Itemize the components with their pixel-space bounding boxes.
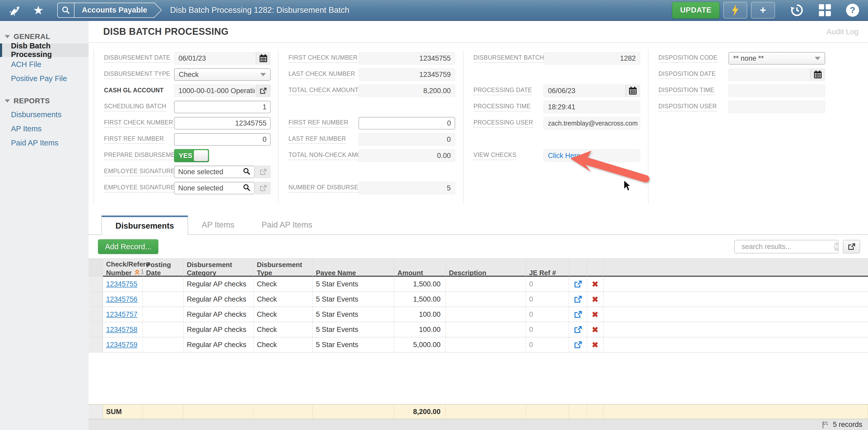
row-selector[interactable] <box>89 277 103 291</box>
sidebar-section-general[interactable]: GENERAL <box>0 30 89 43</box>
row-selector[interactable] <box>89 307 103 322</box>
disposition-code-select[interactable]: ** none ** <box>728 52 825 65</box>
sidebar-item-positive-pay-file[interactable]: Positive Pay File <box>0 71 89 85</box>
results-search[interactable]: ✕ <box>734 240 839 254</box>
search-input[interactable] <box>742 243 834 251</box>
row-selector[interactable] <box>89 322 103 337</box>
sidebar-item-ach-file[interactable]: ACH File <box>0 58 89 71</box>
chevron-down-icon <box>260 73 266 76</box>
tab-ap-items[interactable]: AP Items <box>188 216 248 234</box>
open-gl-account-button[interactable] <box>255 85 271 97</box>
filler-cell <box>603 307 868 322</box>
table-row: 12345757 Regular AP checks Check 5 Star … <box>89 307 868 322</box>
quick-actions-button[interactable] <box>723 2 747 19</box>
table-row: 12345758 Regular AP checks Check 5 Star … <box>89 322 868 337</box>
delete-row-icon[interactable]: ✖ <box>587 337 603 352</box>
employee-signature-lookup[interactable]: None selected <box>174 166 255 178</box>
sidebar-item-disbursements[interactable]: Disbursements <box>0 108 89 121</box>
open-record-icon[interactable] <box>569 307 587 322</box>
add-record-button[interactable]: Add Record... <box>98 239 158 254</box>
sidebar-item-disb-batch-processing[interactable]: Disb Batch Processing <box>0 44 89 57</box>
disbursement-type-select[interactable]: Check <box>174 68 271 81</box>
record-count: 5 records <box>833 421 862 429</box>
amount-cell: 100.00 <box>394 322 446 337</box>
last-check-number-field: 12345759 <box>359 68 455 81</box>
status-bar: 5 records <box>89 419 868 430</box>
posting-date-cell <box>143 292 184 307</box>
apps-grid-icon[interactable] <box>819 4 831 16</box>
open-signature-button[interactable] <box>255 166 271 178</box>
toggle-knob <box>194 150 208 161</box>
je-ref-cell: 0 <box>526 337 569 352</box>
delete-row-icon[interactable]: ✖ <box>587 277 603 291</box>
open-record-icon[interactable] <box>569 337 587 352</box>
audit-log-link[interactable]: Audit Log <box>827 27 859 36</box>
field-label: PROCESSING USER <box>473 119 544 127</box>
payee-cell: 5 Star Events <box>313 337 394 352</box>
field-label: VIEW CHECKS <box>473 151 544 160</box>
help-icon[interactable]: ? <box>846 4 859 17</box>
processing-date-field[interactable]: 06/06/23 <box>544 85 640 97</box>
employee-signature-2-lookup[interactable]: None selected <box>174 182 255 194</box>
description-cell <box>446 292 526 307</box>
row-selector[interactable] <box>89 292 103 307</box>
total-check-amount-field: 8,200.00 <box>359 85 455 97</box>
first-check-number-u-input[interactable]: 12345755 <box>174 117 271 130</box>
search-icon[interactable] <box>58 3 74 17</box>
field-label: TOTAL NON-CHECK AMO... <box>288 151 359 160</box>
top-navigation-bar: ★ Accounts Payable Disb Batch Processing… <box>0 0 868 21</box>
row-selector[interactable] <box>89 337 103 352</box>
calendar-icon[interactable] <box>625 85 640 97</box>
check-number-link[interactable]: 12345755 <box>106 280 137 288</box>
clear-search-icon[interactable]: ✕ <box>834 242 839 251</box>
disposition-date-field[interactable] <box>728 68 825 81</box>
posting-date-cell <box>143 277 184 291</box>
amount-cell: 100.00 <box>394 307 446 322</box>
open-signature-2-button[interactable] <box>255 182 271 194</box>
search-icon[interactable] <box>243 167 251 176</box>
open-record-icon[interactable] <box>569 292 587 307</box>
open-record-icon[interactable] <box>569 277 587 291</box>
tab-disbursements[interactable]: Disbursements <box>101 216 188 235</box>
history-icon[interactable] <box>790 3 804 17</box>
sidebar-item-ap-items[interactable]: AP Items <box>0 122 89 136</box>
add-button[interactable]: + <box>751 2 775 19</box>
first-ref-number-2-input[interactable]: 0 <box>359 117 455 130</box>
rocket-icon[interactable] <box>7 3 22 18</box>
search-icon[interactable] <box>243 183 251 193</box>
calendar-icon[interactable] <box>256 52 271 65</box>
delete-row-icon[interactable]: ✖ <box>587 322 603 337</box>
description-cell <box>446 322 526 337</box>
filler-cell <box>603 277 868 291</box>
tab-paid-ap-items[interactable]: Paid AP Items <box>248 216 326 234</box>
view-checks-field: Click Here <box>544 149 640 162</box>
filler-cell <box>603 337 868 352</box>
amount-cell: 5,000.00 <box>394 337 446 352</box>
processing-user-field: zach.tremblay@veracross.com <box>544 117 640 130</box>
processing-time-field: 18:29:41 <box>544 101 640 113</box>
scheduling-batch-input[interactable]: 1 <box>174 101 271 113</box>
field-label: PROCESSING TIME <box>473 103 544 111</box>
prepare-disbursement-toggle[interactable]: YES <box>174 149 209 162</box>
delete-row-icon[interactable]: ✖ <box>587 307 603 322</box>
update-button[interactable]: UPDATE <box>672 2 720 19</box>
first-ref-number-input[interactable]: 0 <box>174 133 271 146</box>
check-number-link[interactable]: 12345758 <box>106 326 137 334</box>
sidebar-item-paid-ap-items[interactable]: Paid AP Items <box>0 136 89 150</box>
check-number-link[interactable]: 12345759 <box>106 341 137 349</box>
favorites-star-icon[interactable]: ★ <box>33 3 43 18</box>
check-number-link[interactable]: 12345756 <box>106 295 137 304</box>
disbursement-date-field[interactable]: 06/01/23 <box>174 52 271 65</box>
breadcrumb-module[interactable]: Accounts Payable <box>74 3 154 17</box>
view-checks-link[interactable]: Click Here <box>548 152 581 160</box>
field-label: CASH GL ACCOUNT <box>104 87 174 95</box>
open-record-icon[interactable] <box>569 322 587 337</box>
open-results-button[interactable] <box>843 240 860 254</box>
sidebar-section-reports[interactable]: REPORTS <box>0 95 89 107</box>
type-cell: Check <box>254 337 313 352</box>
check-number-link[interactable]: 12345757 <box>106 311 137 319</box>
field-label: TOTAL CHECK AMOUNT <box>288 87 359 95</box>
delete-row-icon[interactable]: ✖ <box>587 292 603 307</box>
field-label: FIRST CHECK NUMBER <box>288 54 359 63</box>
calendar-icon[interactable] <box>810 68 825 81</box>
